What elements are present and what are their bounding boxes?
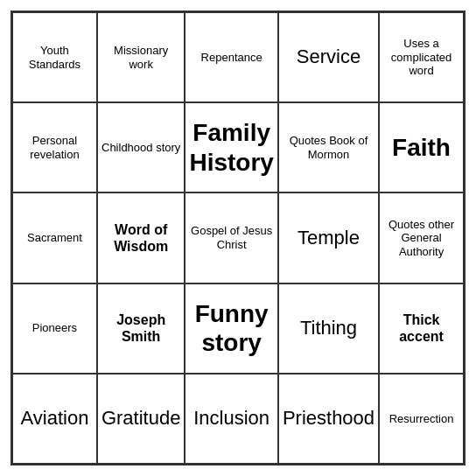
- bingo-cell-r4c1: Gratitude: [97, 374, 186, 464]
- bingo-cell-r4c0: Aviation: [12, 374, 97, 464]
- bingo-cell-r0c2: Repentance: [185, 12, 277, 102]
- bingo-cell-r1c2: Family History: [185, 102, 277, 192]
- bingo-cell-r3c1: Joseph Smith: [97, 284, 186, 374]
- bingo-cell-r2c0: Sacrament: [12, 192, 97, 283]
- bingo-cell-r0c3: Service: [278, 12, 379, 102]
- bingo-cell-r2c2: Gospel of Jesus Christ: [185, 192, 277, 283]
- bingo-cell-r2c1: Word of Wisdom: [97, 192, 186, 283]
- bingo-cell-r3c4: Thick accent: [379, 284, 464, 374]
- bingo-cell-r1c3: Quotes Book of Mormon: [278, 102, 379, 192]
- bingo-cell-r3c3: Tithing: [278, 284, 379, 374]
- bingo-cell-r0c4: Uses a complicated word: [379, 12, 464, 102]
- bingo-cell-r1c1: Childhood story: [97, 102, 186, 192]
- bingo-card: Youth StandardsMissionary workRepentance…: [10, 10, 466, 466]
- bingo-cell-r4c4: Resurrection: [379, 374, 464, 464]
- bingo-cell-r2c3: Temple: [278, 192, 379, 283]
- bingo-cell-r4c3: Priesthood: [278, 374, 379, 464]
- bingo-cell-r3c0: Pioneers: [12, 284, 97, 374]
- bingo-cell-r0c0: Youth Standards: [12, 12, 97, 102]
- bingo-cell-r0c1: Missionary work: [97, 12, 186, 102]
- bingo-cell-r2c4: Quotes other General Authority: [379, 192, 464, 283]
- bingo-cell-r1c0: Personal revelation: [12, 102, 97, 192]
- bingo-cell-r4c2: Inclusion: [185, 374, 277, 464]
- bingo-cell-r3c2: Funny story: [185, 284, 277, 374]
- bingo-cell-r1c4: Faith: [379, 102, 464, 192]
